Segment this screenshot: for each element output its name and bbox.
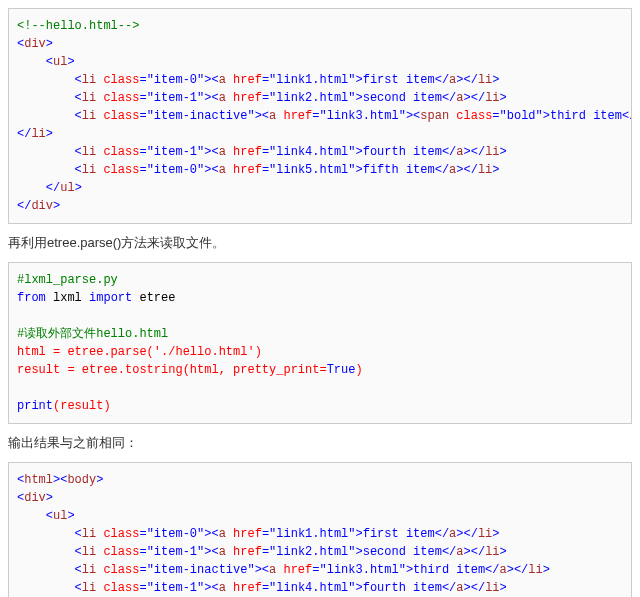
- code-block-2: #lxml_parse.py from lxml import etree #读…: [8, 262, 632, 424]
- comment: #lxml_parse.py: [17, 273, 118, 287]
- code-block-1: <!--hello.html--> <div> <ul> <li class="…: [8, 8, 632, 224]
- prose-1: 再利用etree.parse()方法来读取文件。: [8, 234, 632, 252]
- code-block-3: <html><body> <div> <ul> <li class="item-…: [8, 462, 632, 597]
- comment: <!--hello.html-->: [17, 19, 139, 33]
- comment: #读取外部文件hello.html: [17, 327, 168, 341]
- prose-2: 输出结果与之前相同：: [8, 434, 632, 452]
